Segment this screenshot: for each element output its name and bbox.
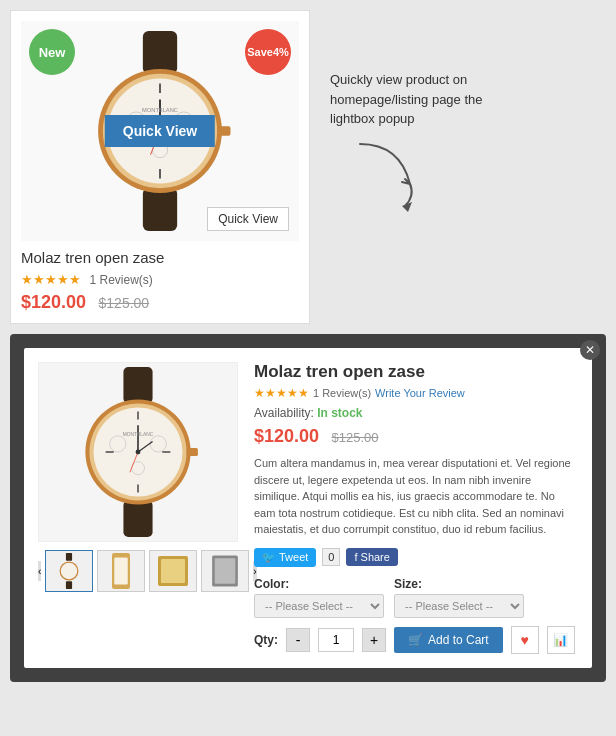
lightbox-watch-svg: MONTBLANC (58, 367, 218, 537)
product-price-current: $120.00 (21, 292, 86, 312)
qty-minus-button[interactable]: - (286, 628, 310, 652)
svg-text:MONTBLANC: MONTBLANC (123, 432, 154, 437)
quick-view-overlay[interactable]: Quick View (105, 115, 215, 147)
annotation-text: Quickly view product on homepage/listing… (330, 70, 510, 129)
lightbox-price-current: $120.00 (254, 426, 319, 446)
facebook-icon: f (354, 551, 357, 563)
thumbnail-4[interactable] (201, 550, 249, 592)
color-select[interactable]: -- Please Select -- (254, 594, 384, 618)
badge-save: Save4% (245, 29, 291, 75)
compare-icon: 📊 (553, 633, 568, 647)
lightbox-options: Color: -- Please Select -- Size: -- Plea… (254, 577, 578, 618)
svg-rect-37 (66, 553, 72, 561)
tweet-count: 0 (322, 548, 340, 566)
lightbox-qty-row: Qty: - + 🛒 Add to Cart ♥ 📊 (254, 626, 578, 654)
svg-rect-5 (217, 126, 230, 136)
lightbox-description: Cum altera mandamus in, mea verear dispu… (254, 455, 578, 538)
svg-rect-24 (187, 448, 198, 456)
product-image-wrapper: New Save4% (21, 21, 299, 241)
badge-new: New (29, 29, 75, 75)
size-label: Size: (394, 577, 524, 591)
compare-button[interactable]: 📊 (547, 626, 575, 654)
product-card: New Save4% (10, 10, 310, 324)
wishlist-button[interactable]: ♥ (511, 626, 539, 654)
lightbox-price-original: $125.00 (332, 430, 379, 445)
color-option-group: Color: -- Please Select -- (254, 577, 384, 618)
annotation-area: Quickly view product on homepage/listing… (320, 10, 606, 324)
arrow-icon (350, 134, 430, 214)
svg-rect-44 (161, 559, 185, 583)
cart-icon: 🛒 (408, 633, 423, 647)
svg-text:MONTBLANC: MONTBLANC (142, 107, 178, 113)
svg-point-40 (61, 563, 77, 579)
lightbox-section: ✕ (10, 334, 606, 682)
lightbox-stock-status: In stock (317, 406, 362, 420)
color-label: Color: (254, 577, 384, 591)
twitter-icon: 🐦 (262, 551, 276, 564)
thumbnail-2[interactable] (97, 550, 145, 592)
lightbox-write-review-link[interactable]: Write Your Review (375, 387, 465, 399)
lightbox-stars: ★★★★★ (254, 386, 309, 400)
lightbox-stars-row: ★★★★★ 1 Review(s) Write Your Review (254, 386, 578, 400)
lightbox-inner: MONTBLANC ‹ (24, 348, 592, 668)
lightbox-review-count: 1 Review(s) (313, 387, 371, 399)
qty-plus-button[interactable]: + (362, 628, 386, 652)
qty-label: Qty: (254, 633, 278, 647)
svg-rect-42 (115, 558, 129, 585)
tweet-button[interactable]: 🐦 Tweet (254, 548, 316, 567)
thumb-prev-button[interactable]: ‹ (38, 561, 41, 581)
heart-icon: ♥ (521, 632, 529, 648)
thumbnail-3[interactable] (149, 550, 197, 592)
svg-rect-38 (66, 581, 72, 589)
svg-point-35 (136, 450, 141, 455)
lightbox-thumbnails: ‹ (38, 550, 238, 592)
lightbox-close-button[interactable]: ✕ (580, 340, 600, 360)
product-review-count: 1 Review(s) (89, 273, 152, 287)
product-price-original: $125.00 (99, 295, 150, 311)
share-button[interactable]: f Share (346, 548, 397, 566)
product-info: Molaz tren open zase ★★★★★ 1 Review(s) $… (21, 241, 299, 313)
lightbox-availability: Availability: In stock (254, 406, 578, 420)
lightbox-price-row: $120.00 $125.00 (254, 426, 578, 447)
product-stars: ★★★★★ (21, 272, 81, 287)
product-title: Molaz tren open zase (21, 249, 299, 266)
thumbnail-1[interactable] (45, 550, 93, 592)
size-select[interactable]: -- Please Select -- (394, 594, 524, 618)
size-option-group: Size: -- Please Select -- (394, 577, 524, 618)
qty-input[interactable] (318, 628, 354, 652)
lightbox-social-buttons: 🐦 Tweet 0 f Share (254, 548, 578, 567)
lightbox-right-panel: Molaz tren open zase ★★★★★ 1 Review(s) W… (254, 362, 578, 654)
svg-rect-1 (143, 188, 177, 231)
lightbox-main-image: MONTBLANC (38, 362, 238, 542)
lightbox-left-panel: MONTBLANC ‹ (38, 362, 238, 654)
svg-rect-0 (143, 31, 177, 74)
svg-rect-46 (215, 558, 236, 584)
svg-rect-20 (123, 501, 152, 537)
lightbox-product-title: Molaz tren open zase (254, 362, 578, 382)
add-to-cart-button[interactable]: 🛒 Add to Cart (394, 627, 503, 653)
quick-view-button-small[interactable]: Quick View (207, 207, 289, 231)
svg-rect-19 (123, 367, 152, 403)
